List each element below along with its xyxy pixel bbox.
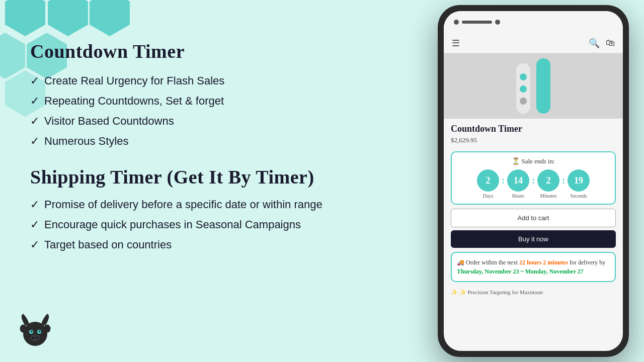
countdown-timer-box: ⏳ Sale ends in: 2 Days : 14 Hours : 2 Mi… [451,151,616,205]
svg-point-6 [32,337,35,339]
phone-nav-bar: ☰ 🔍 🛍 [444,33,623,53]
timer-hours-label: Hours [512,193,524,199]
hex-shape [0,33,25,79]
shipping-feature-list: ✓ Promise of delivery before a specific … [30,198,413,251]
timer-days-value: 2 [477,169,499,192]
list-item: ✓ Target based on countries [30,238,413,251]
shipping-text-middle: for delivery by [568,259,605,266]
checkmark-icon: ✓ [30,238,39,251]
product-price: $2,629.95 [451,136,616,144]
product-stick-left [516,63,530,114]
product-dot [520,85,527,93]
product-image-area [444,53,623,119]
list-item: ✓ Visitor Based Countdowns [30,115,413,128]
shipping-text-prefix: 🚚 Order within the next [457,259,519,266]
svg-point-7 [36,337,39,339]
phone-status-bar [444,11,623,33]
product-name: Countdown Timer [451,124,616,134]
star-icon: ✨ [451,289,458,295]
list-item: ✓ Repeating Countdowns, Set & forget [30,95,413,108]
checkmark-icon: ✓ [30,95,39,108]
nav-icons: 🔍 🛍 [589,38,615,49]
checkmark-icon: ✓ [30,218,39,231]
hex-shape [90,0,130,36]
list-item: ✓ Encourage quick purchases in Seasonal … [30,218,413,231]
list-item: ✓ Promise of delivery before a specific … [30,198,413,211]
sale-ends-label: ⏳ Sale ends in: [456,157,611,165]
checkmark-icon: ✓ [30,115,39,128]
timer-minutes-label: Minutes [540,193,557,199]
checkmark-icon: ✓ [30,198,39,211]
bull-logo [15,312,55,352]
timer-minutes-value: 2 [537,169,559,192]
timer-unit-minutes: 2 Minutes [537,169,559,199]
checkmark-icon: ✓ [30,135,39,148]
countdown-feature-list: ✓ Create Real Urgency for Flash Sales ✓ … [30,74,413,148]
svg-point-5 [30,335,40,341]
timer-colon: : [560,175,567,186]
list-item: ✓ Create Real Urgency for Flash Sales [30,74,413,87]
product-stick-right [536,58,550,114]
notch-dot [454,20,459,25]
list-item: ✓ Numerous Styles [30,135,413,148]
timer-days-label: Days [483,193,494,199]
search-icon[interactable]: 🔍 [589,38,600,49]
hamburger-icon[interactable]: ☰ [452,38,460,49]
product-visual [516,58,550,114]
timer-hours-value: 14 [507,169,529,192]
product-dot [520,73,527,80]
timer-seconds-label: Seconds [570,193,587,199]
timer-colon: : [530,175,536,186]
shipping-timer-title: Shipping Timer (Get It By Timer) [30,166,413,188]
shipping-highlight-time: 22 hours 2 minutes [519,259,568,266]
timer-colon: : [500,175,506,186]
hex-shape [5,0,45,36]
phone-mockup: ☰ 🔍 🛍 Countdown Timer $2,629.95 [438,5,629,357]
product-info: Countdown Timer $2,629.95 [444,119,623,151]
bottom-text: ✨ ✨ Precision Targeting for Maximum [444,286,623,299]
checkmark-icon: ✓ [30,74,39,87]
notch-line [462,21,492,24]
svg-point-0 [23,322,47,346]
product-dot [520,98,527,105]
cart-icon[interactable]: 🛍 [606,38,615,49]
hex-shape [48,0,88,36]
notch-dot [495,20,500,25]
svg-point-8 [20,325,27,333]
left-content-area: Countdown Timer ✓ Create Real Urgency fo… [30,40,413,258]
shipping-timer-box: 🚚 Order within the next 22 hours 2 minut… [451,252,616,282]
shipping-highlight-date: Thursday, November 23 ~ Monday, November… [457,268,584,275]
timer-circles: 2 Days : 14 Hours : 2 Minutes : 19 Secon… [456,169,611,199]
buy-now-button[interactable]: Buy it now [451,230,616,248]
timer-unit-hours: 14 Hours [507,169,529,199]
countdown-timer-title: Countdown Timer [30,40,413,62]
svg-point-9 [44,325,51,333]
notch-area [454,20,500,25]
timer-unit-seconds: 19 Seconds [568,169,590,199]
timer-unit-days: 2 Days [477,169,499,199]
precision-targeting-text: ✨ Precision Targeting for Maximum [459,289,543,295]
svg-point-3 [31,331,32,332]
timer-seconds-value: 19 [568,169,590,192]
phone-screen: ☰ 🔍 🛍 Countdown Timer $2,629.95 [444,11,623,351]
add-to-cart-button[interactable]: Add to cart [451,209,616,227]
svg-point-4 [39,331,40,332]
